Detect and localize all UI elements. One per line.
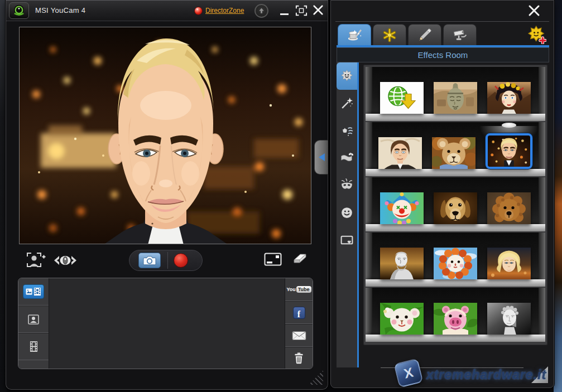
record-button[interactable] <box>174 253 188 268</box>
magic-wand-icon <box>340 96 354 110</box>
chevron-left-icon <box>319 153 325 161</box>
gallery-empty-area <box>49 278 285 369</box>
upload-button[interactable] <box>254 4 268 18</box>
tab-gadgets[interactable] <box>373 24 406 45</box>
category-rail <box>337 62 357 367</box>
close-button[interactable] <box>312 4 325 17</box>
night-city-background <box>20 27 311 244</box>
pip-preview-button[interactable] <box>264 253 282 266</box>
category-frame[interactable] <box>337 226 357 254</box>
category-wand[interactable] <box>337 90 357 117</box>
star-face-icon <box>340 69 354 83</box>
add-avatar-button[interactable] <box>527 25 547 45</box>
upload-icon <box>257 6 266 16</box>
effects-shelf-panel <box>363 65 547 345</box>
face-login-icon <box>26 251 46 269</box>
gallery-tab-photos[interactable] <box>18 306 49 333</box>
resize-grip[interactable] <box>531 366 548 383</box>
close-icon <box>527 4 541 17</box>
effect-thumb-download-more[interactable] <box>380 82 424 114</box>
effect-thumb-golden-retriever[interactable] <box>434 192 477 224</box>
shelf-area <box>359 62 549 367</box>
effect-thumb-monkey-plush[interactable] <box>380 303 424 335</box>
particle-splash-icon <box>340 124 354 138</box>
effects-window: Effects Room <box>330 0 554 388</box>
magic-hat-wand-icon <box>346 27 363 43</box>
directorzone-link[interactable]: DirectorZone <box>205 7 244 14</box>
shelf-board <box>366 335 545 342</box>
shelf <box>366 177 545 231</box>
photo-icon <box>23 312 44 327</box>
effect-thumb-poodle[interactable] <box>487 192 531 224</box>
frame-heart-icon <box>340 233 354 247</box>
shelf <box>366 67 545 121</box>
effect-thumb-lincoln-statue[interactable] <box>380 248 424 279</box>
category-scene[interactable] <box>337 144 357 172</box>
gallery-tab-rail <box>18 278 49 369</box>
scene-butterfly-icon <box>340 151 354 165</box>
share-youtube-button[interactable]: You Tube <box>285 278 313 301</box>
snapshot-camera-icon <box>143 255 156 266</box>
tab-effects[interactable] <box>338 24 371 45</box>
gadget-icon <box>381 27 398 43</box>
category-emoticon[interactable] <box>337 199 357 226</box>
share-facebook-button[interactable]: f <box>285 301 313 324</box>
close-icon <box>312 4 324 16</box>
effect-thumb-pig-plush[interactable] <box>434 303 477 335</box>
video-preview <box>19 27 311 244</box>
snapshot-button[interactable] <box>138 253 161 268</box>
effect-thumb-lion-plush[interactable] <box>434 248 477 279</box>
maximize-button[interactable] <box>295 5 308 16</box>
shelf-board <box>366 114 545 121</box>
category-particle[interactable] <box>337 117 357 144</box>
face-tracking-eye-icon <box>54 254 76 267</box>
minimize-button[interactable] <box>278 6 290 16</box>
trash-icon <box>294 352 304 364</box>
effect-thumb-blonde-man[interactable] <box>486 133 532 169</box>
desktop-background-right <box>554 0 562 392</box>
filmstrip-icon <box>30 341 38 352</box>
delete-button[interactable] <box>285 347 313 369</box>
gallery-tab-media-all[interactable] <box>18 278 49 306</box>
shelf <box>366 122 545 176</box>
main-window: MSI YouCam 4 DirectorZone <box>6 0 328 390</box>
resize-grip[interactable] <box>309 370 323 385</box>
controls-bar <box>6 248 329 275</box>
face-tracking-button[interactable] <box>54 254 76 267</box>
surveillance-camera-icon <box>451 27 468 43</box>
shelf <box>366 233 545 287</box>
effects-tabs <box>338 24 477 45</box>
shelf-board <box>366 169 545 176</box>
mask-icon <box>340 178 354 192</box>
divider <box>335 21 549 22</box>
face-login-button[interactable] <box>26 251 46 269</box>
pencil-icon <box>416 27 433 43</box>
effects-header-title: Effects Room <box>418 50 468 60</box>
youtube-icon: You Tube <box>286 286 311 293</box>
directorzone-orb-icon <box>194 7 203 15</box>
category-mask[interactable] <box>337 172 357 199</box>
category-avatar[interactable] <box>337 62 357 90</box>
add-avatar-star-icon <box>527 25 546 44</box>
effects-close-button[interactable] <box>527 4 542 18</box>
effect-thumb-teddy-bear[interactable] <box>432 137 475 169</box>
minimize-icon <box>280 13 289 15</box>
spotlight-lamp-icon <box>502 123 516 128</box>
share-email-button[interactable] <box>285 324 313 347</box>
email-icon <box>292 331 306 341</box>
effect-thumb-clown[interactable] <box>380 192 424 224</box>
effects-body <box>337 62 549 367</box>
effect-thumb-brown-hair-man[interactable] <box>378 137 422 169</box>
gallery-tab-videos[interactable] <box>18 333 49 360</box>
effect-thumb-blonde-woman[interactable] <box>487 248 531 279</box>
eraser-button[interactable] <box>292 253 309 265</box>
effect-thumb-david-statue[interactable] <box>487 303 531 335</box>
facebook-icon: f <box>293 307 305 319</box>
youcam-logo-icon <box>9 2 29 19</box>
effect-thumb-geisha[interactable] <box>487 82 531 114</box>
tab-draw[interactable] <box>408 24 441 45</box>
panel-collapse-handle[interactable] <box>314 140 328 175</box>
tab-surveillance[interactable] <box>443 24 477 45</box>
maximize-icon <box>295 5 308 16</box>
effect-thumb-terracotta-warrior[interactable] <box>434 82 477 114</box>
